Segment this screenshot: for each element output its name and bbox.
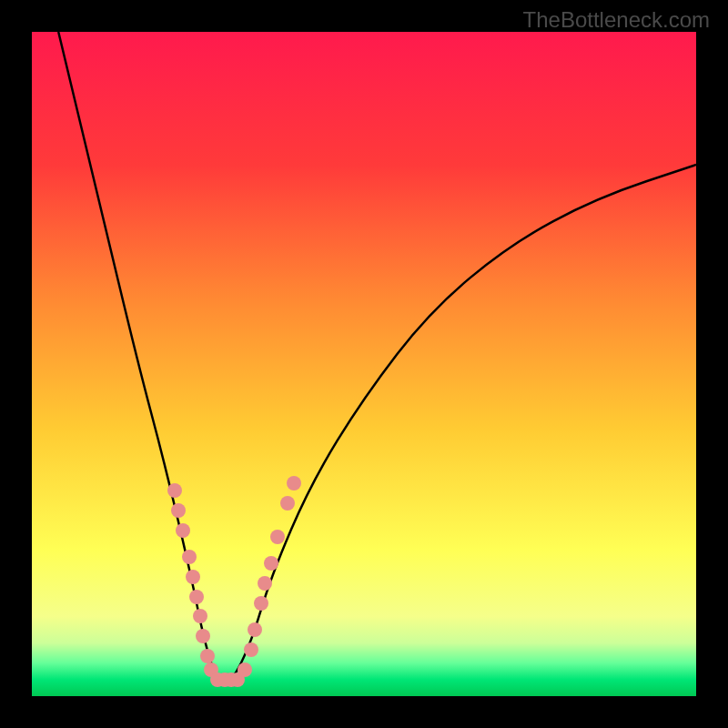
data-point <box>244 642 258 657</box>
data-point <box>238 662 252 677</box>
data-point <box>248 622 262 637</box>
data-point <box>182 550 197 564</box>
scatter-points-container <box>32 32 696 696</box>
data-point <box>189 590 204 604</box>
data-point <box>287 476 301 490</box>
data-point <box>200 649 215 663</box>
data-point <box>171 503 186 518</box>
data-point <box>280 496 295 511</box>
data-point <box>258 576 272 591</box>
data-point <box>264 556 278 571</box>
data-point <box>167 483 182 498</box>
data-point <box>196 629 210 643</box>
data-point <box>193 609 207 623</box>
data-point <box>186 570 200 584</box>
data-point <box>270 530 285 544</box>
data-point <box>176 523 190 538</box>
watermark-text: TheBottleneck.com <box>523 7 710 33</box>
chart-plot-area <box>32 32 696 696</box>
data-point <box>254 596 268 611</box>
